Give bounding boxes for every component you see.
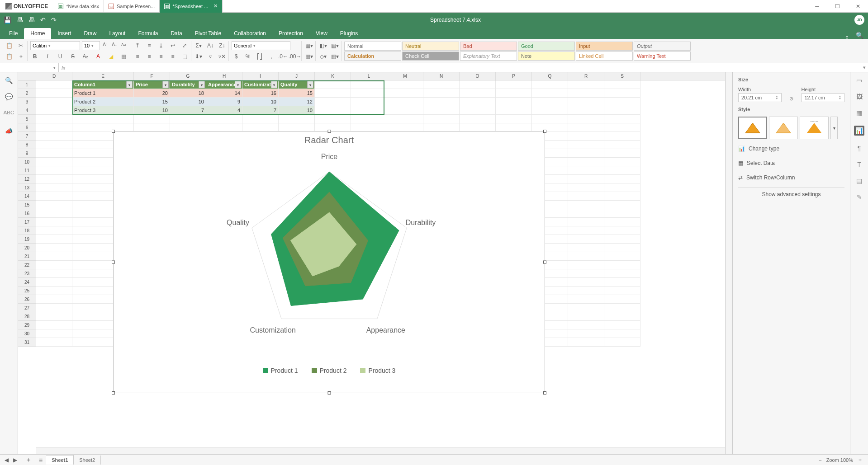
row-header[interactable]: 18: [18, 226, 36, 235]
cell[interactable]: [604, 175, 640, 183]
cell[interactable]: [36, 80, 72, 89]
insert-cells-icon[interactable]: ▦▾: [304, 41, 313, 50]
cell[interactable]: [568, 132, 604, 141]
menu-tab-view[interactable]: View: [309, 28, 334, 39]
sheet-tab[interactable]: Sheet1: [46, 455, 74, 465]
comma-icon[interactable]: ,: [267, 52, 276, 61]
row-header[interactable]: 16: [18, 209, 36, 218]
strikethrough-icon[interactable]: S: [68, 52, 77, 61]
cell[interactable]: [532, 89, 568, 98]
cell[interactable]: [604, 201, 640, 209]
align-justify-icon[interactable]: ≡: [168, 52, 177, 61]
cell[interactable]: [604, 244, 640, 252]
sheet-list-icon[interactable]: ≡: [35, 456, 46, 464]
cell[interactable]: [36, 209, 72, 218]
cell[interactable]: [36, 175, 72, 183]
cell[interactable]: [460, 89, 496, 98]
cell[interactable]: 4: [206, 106, 242, 115]
cell[interactable]: [36, 244, 72, 252]
resize-handle[interactable]: [112, 130, 115, 133]
align-right-icon[interactable]: ≡: [157, 52, 166, 61]
height-input[interactable]: 12.17 cm ▲▼: [802, 93, 845, 102]
chart-settings-icon[interactable]: 📊: [854, 126, 864, 136]
conditional-format-icon[interactable]: ◧▾: [318, 41, 327, 50]
style-calculation[interactable]: Calculation: [344, 52, 401, 61]
cell[interactable]: [568, 158, 604, 166]
menu-tab-formula[interactable]: Formula: [132, 28, 164, 39]
cell[interactable]: [423, 115, 460, 123]
cell[interactable]: 18: [170, 89, 206, 98]
cell[interactable]: [170, 115, 206, 123]
cell[interactable]: [496, 115, 532, 123]
name-box[interactable]: ▾: [0, 63, 59, 72]
cell[interactable]: [604, 166, 640, 175]
filter-icon[interactable]: ▿: [206, 52, 215, 61]
cell[interactable]: [568, 218, 604, 226]
close-button[interactable]: ✕: [848, 0, 868, 13]
cell[interactable]: [36, 287, 72, 295]
row-header[interactable]: 31: [18, 338, 36, 347]
minimize-button[interactable]: ─: [807, 0, 827, 13]
cell[interactable]: [36, 192, 72, 201]
row-header[interactable]: 21: [18, 252, 36, 261]
cell[interactable]: [604, 192, 640, 201]
cell[interactable]: [568, 183, 604, 192]
zoom-out-icon[interactable]: −: [819, 457, 821, 463]
row-header[interactable]: 11: [18, 166, 36, 175]
align-left-icon[interactable]: ≡: [133, 52, 142, 61]
cell[interactable]: [351, 89, 387, 98]
resize-handle[interactable]: [112, 391, 115, 395]
row-header[interactable]: 5: [18, 115, 36, 123]
cell[interactable]: [604, 98, 640, 106]
menu-tab-pivot[interactable]: Pivot Table: [189, 28, 228, 39]
clear-filter-icon[interactable]: ▿✕: [218, 52, 227, 61]
cell[interactable]: Customizati: [242, 80, 279, 89]
row-header[interactable]: 24: [18, 278, 36, 287]
resize-handle[interactable]: [543, 261, 546, 264]
cell[interactable]: 10: [279, 106, 315, 115]
row-header[interactable]: 13: [18, 183, 36, 192]
row-header[interactable]: 19: [18, 235, 36, 244]
menu-tab-protection[interactable]: Protection: [272, 28, 309, 39]
cell[interactable]: [604, 329, 640, 338]
number-format-select[interactable]: General: [232, 41, 290, 50]
vertical-scrollbar[interactable]: [725, 72, 732, 454]
orientation-icon[interactable]: ⤢: [180, 41, 189, 50]
cell[interactable]: [604, 106, 640, 115]
row-header[interactable]: 17: [18, 218, 36, 226]
chart-style-1[interactable]: [738, 117, 767, 139]
cell[interactable]: [36, 149, 72, 158]
row-header[interactable]: 2: [18, 89, 36, 98]
cell[interactable]: [496, 89, 532, 98]
quick-print-icon[interactable]: 🖶: [28, 16, 35, 23]
font-name-select[interactable]: Calibri: [30, 41, 80, 50]
cell[interactable]: [36, 141, 72, 149]
cell[interactable]: [568, 278, 604, 287]
menu-tab-collab[interactable]: Collaboration: [228, 28, 272, 39]
cell[interactable]: [36, 218, 72, 226]
cell[interactable]: [604, 183, 640, 192]
cell[interactable]: [36, 115, 72, 123]
cell[interactable]: [604, 158, 640, 166]
cell[interactable]: [568, 123, 604, 132]
cell[interactable]: [604, 252, 640, 261]
cell[interactable]: 20: [134, 89, 170, 98]
select-all-corner[interactable]: [18, 72, 36, 80]
align-middle-icon[interactable]: ≡: [145, 41, 154, 50]
cell[interactable]: [568, 175, 604, 183]
cell[interactable]: [568, 235, 604, 244]
menu-tab-home[interactable]: Home: [24, 28, 51, 39]
cell[interactable]: [604, 269, 640, 278]
column-header[interactable]: P: [496, 72, 532, 80]
column-header[interactable]: D: [36, 72, 72, 80]
cell[interactable]: [460, 98, 496, 106]
menu-tab-file[interactable]: File: [3, 28, 24, 39]
cell[interactable]: [568, 329, 604, 338]
cell[interactable]: 10: [242, 98, 279, 106]
italic-icon[interactable]: I: [43, 52, 52, 61]
column-header[interactable]: M: [387, 72, 423, 80]
bold-icon[interactable]: B: [30, 52, 39, 61]
cell[interactable]: [568, 201, 604, 209]
currency-icon[interactable]: $: [232, 52, 241, 61]
style-note[interactable]: Note: [518, 52, 575, 61]
